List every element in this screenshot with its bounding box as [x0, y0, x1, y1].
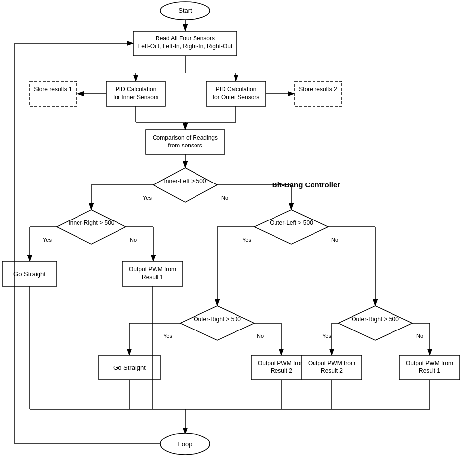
comparison-label: Comparison of Readings — [153, 134, 218, 141]
pid-outer-label: PID Calculation — [216, 86, 257, 93]
output-pwm1b-label: Output PWM from — [406, 360, 453, 366]
go-straight1-label: Go Straight — [13, 270, 46, 278]
svg-marker-25 — [153, 168, 217, 202]
svg-text:from sensors: from sensors — [168, 142, 202, 149]
svg-marker-30 — [57, 210, 126, 244]
output-pwm2b-label: Output PWM from — [308, 360, 355, 366]
svg-text:Left-Out, Left-In, Right-In, R: Left-Out, Left-In, Right-In, Right-Out — [138, 43, 233, 50]
svg-text:No: No — [257, 333, 264, 339]
diamond4a-label: Outer-Right > 500 — [194, 316, 241, 323]
svg-rect-16 — [295, 81, 342, 106]
flowchart: Start Read All Four Sensors Left-Out, Le… — [0, 0, 471, 476]
svg-text:Yes: Yes — [242, 237, 251, 243]
svg-text:Result 2: Result 2 — [271, 367, 292, 374]
svg-text:No: No — [130, 237, 137, 243]
svg-text:Result 1: Result 1 — [142, 274, 163, 281]
svg-text:Result 1: Result 1 — [419, 367, 440, 374]
store2-label: Store results 2 — [299, 86, 337, 93]
diamond1-label: Inner-Left > 500 — [164, 178, 206, 184]
svg-text:Yes: Yes — [163, 333, 172, 339]
svg-text:Yes: Yes — [322, 333, 331, 339]
store1-label: Store results 1 — [34, 86, 72, 93]
svg-text:Result 2: Result 2 — [321, 367, 343, 374]
pid-inner-label: PID Calculation — [116, 86, 157, 93]
output-pwm1a-label: Output PWM from — [129, 266, 176, 273]
svg-text:Yes: Yes — [143, 195, 152, 201]
diamond3-label: Outer-Left > 500 — [270, 220, 313, 226]
svg-text:No: No — [416, 333, 423, 339]
svg-marker-49 — [180, 306, 254, 340]
start-label: Start — [178, 7, 192, 14]
diamond4b-label: Outer-Right > 500 — [352, 316, 399, 323]
svg-text:for Outer Sensors: for Outer Sensors — [213, 94, 260, 101]
read-sensors-label: Read All Four Sensors — [156, 35, 215, 42]
output-pwm2a-label: Output PWM from — [258, 360, 305, 366]
svg-text:for Inner Sensors: for Inner Sensors — [113, 94, 158, 101]
svg-marker-56 — [338, 306, 412, 340]
svg-rect-14 — [30, 81, 77, 106]
loop-label: Loop — [178, 440, 193, 448]
go-straight2-label: Go Straight — [113, 364, 146, 371]
svg-text:No: No — [331, 237, 338, 243]
svg-text:No: No — [221, 195, 228, 201]
svg-marker-42 — [254, 210, 328, 244]
svg-text:Yes: Yes — [43, 237, 52, 243]
diamond2-label: Inner-Right > 500 — [68, 220, 114, 226]
